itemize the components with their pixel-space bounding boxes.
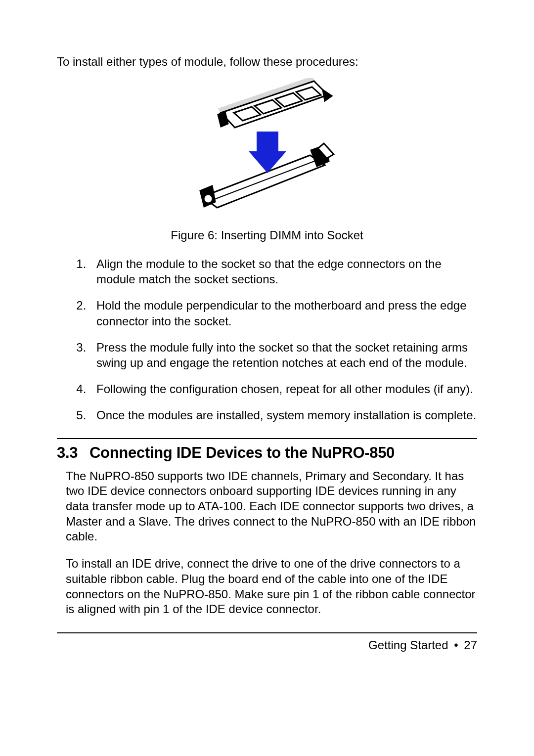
section-title: Connecting IDE Devices to the NuPRO-850 xyxy=(89,444,395,462)
section-heading: 3.3 Connecting IDE Devices to the NuPRO-… xyxy=(57,444,477,462)
svg-marker-12 xyxy=(323,90,332,101)
list-item: Press the module fully into the socket s… xyxy=(89,340,477,370)
intro-text: To install either types of module, follo… xyxy=(57,54,477,69)
list-item: Once the modules are installed, system m… xyxy=(89,407,477,423)
list-item: Align the module to the socket so that t… xyxy=(89,256,477,287)
svg-rect-14 xyxy=(257,132,278,152)
section-number: 3.3 xyxy=(57,444,89,462)
dimm-illustration-icon xyxy=(195,78,339,217)
list-item: Following the configuration chosen, repe… xyxy=(89,381,477,397)
body-paragraph: The NuPRO-850 supports two IDE channels,… xyxy=(66,469,477,545)
list-item: Hold the module perpendicular to the mot… xyxy=(89,298,477,328)
footer-chapter: Getting Started xyxy=(368,638,448,652)
section-divider xyxy=(57,438,477,439)
figure-dimm-insertion xyxy=(57,78,477,219)
document-page: To install either types of module, follo… xyxy=(0,0,534,756)
figure-caption: Figure 6: Inserting DIMM into Socket xyxy=(57,228,477,242)
footer-divider xyxy=(57,632,477,633)
page-footer: Getting Started • 27 xyxy=(57,632,477,652)
svg-point-2 xyxy=(204,194,213,203)
bullet-icon: • xyxy=(451,638,460,652)
procedure-steps: Align the module to the socket so that t… xyxy=(57,256,477,423)
footer-page-number: 27 xyxy=(464,638,477,652)
body-paragraph: To install an IDE drive, connect the dri… xyxy=(66,556,477,617)
